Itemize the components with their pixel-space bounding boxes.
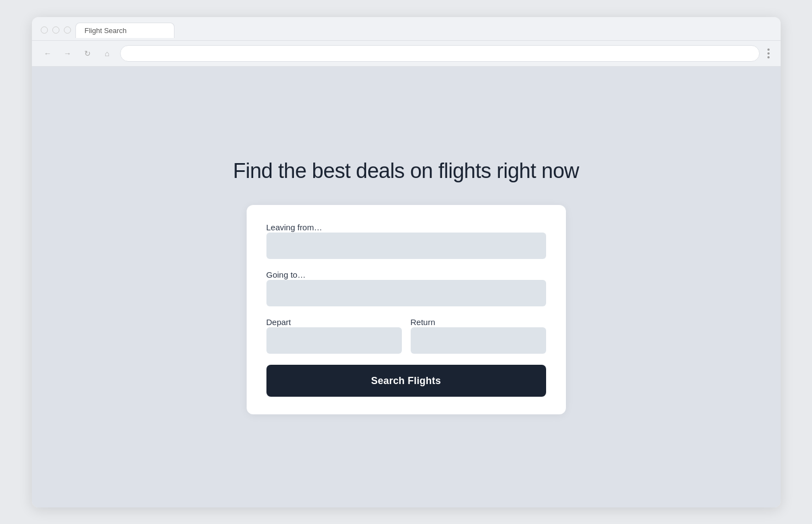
menu-dot-1 <box>767 48 770 51</box>
going-to-input[interactable] <box>266 280 546 306</box>
browser-titlebar: Flight Search <box>32 17 781 41</box>
browser-menu-button[interactable] <box>765 46 772 61</box>
browser-dot-close[interactable] <box>41 26 48 34</box>
address-bar[interactable] <box>120 45 760 62</box>
depart-input[interactable] <box>266 327 402 354</box>
leaving-from-input[interactable] <box>266 233 546 259</box>
search-flights-label: Search Flights <box>371 375 441 386</box>
back-button[interactable]: ← <box>41 46 55 61</box>
home-icon: ⌂ <box>105 49 109 58</box>
back-icon: ← <box>44 49 52 58</box>
search-flights-button[interactable]: Search Flights <box>266 365 546 397</box>
forward-button[interactable]: → <box>61 46 75 61</box>
home-button[interactable]: ⌂ <box>100 46 115 61</box>
reload-icon: ↻ <box>84 49 91 58</box>
browser-tab[interactable]: Flight Search <box>75 23 175 38</box>
menu-dot-2 <box>767 52 770 55</box>
depart-group: Depart <box>266 317 402 354</box>
browser-dot-minimize[interactable] <box>52 26 59 34</box>
browser-nav-bar: ← → ↻ ⌂ <box>32 41 781 67</box>
return-input[interactable] <box>411 327 546 354</box>
browser-dots-row: Flight Search <box>41 23 772 40</box>
page-title: Find the best deals on flights right now <box>233 159 579 183</box>
menu-dot-3 <box>767 56 770 58</box>
page-content: Find the best deals on flights right now… <box>32 67 781 507</box>
depart-label: Depart <box>266 317 291 327</box>
return-group: Return <box>411 317 546 354</box>
forward-icon: → <box>64 49 72 58</box>
search-card: Leaving from… Going to… Depart Return Se… <box>247 205 566 414</box>
reload-button[interactable]: ↻ <box>80 46 95 61</box>
date-row: Depart Return <box>266 317 546 354</box>
browser-window: Flight Search ← → ↻ ⌂ Find the best deal… <box>32 17 781 507</box>
going-to-label: Going to… <box>266 270 306 279</box>
leaving-from-label: Leaving from… <box>266 223 323 232</box>
return-label: Return <box>411 317 435 327</box>
browser-dot-maximize[interactable] <box>64 26 71 34</box>
browser-tab-label: Flight Search <box>85 26 127 35</box>
